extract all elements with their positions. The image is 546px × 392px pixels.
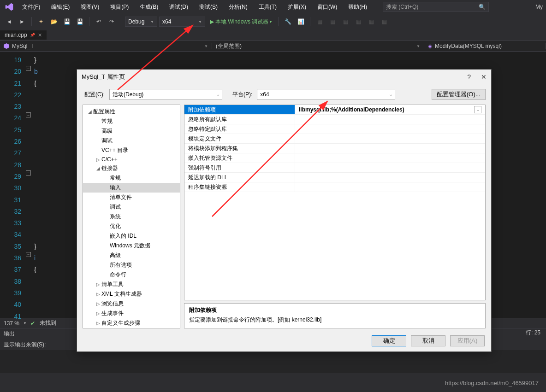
config-dropdown[interactable]: 活动(Debug)⌵	[109, 89, 222, 100]
property-row[interactable]: 忽略特定默认库	[184, 124, 485, 134]
fold-toggle-icon[interactable]: −	[26, 252, 31, 257]
tree-item[interactable]: ▷浏览信息	[83, 299, 180, 309]
close-icon[interactable]: ✕	[38, 32, 42, 38]
expand-icon[interactable]: ▷	[96, 282, 101, 287]
expand-icon[interactable]: ▷	[96, 311, 101, 316]
dropdown-icon[interactable]: ⌵	[474, 106, 481, 113]
apply-button[interactable]: 应用(A)	[450, 335, 485, 346]
menu-edit[interactable]: 编辑(E)	[47, 1, 74, 13]
tool-icon[interactable]: 🔧	[282, 16, 293, 27]
menu-test[interactable]: 测试(S)	[195, 1, 222, 13]
expand-icon[interactable]: ◢	[96, 166, 101, 171]
tree-item[interactable]: ▷XML 文档生成器	[83, 289, 180, 299]
property-value[interactable]: libmysql.lib;%(AdditionalDependencies)⌵	[295, 105, 485, 114]
document-tab[interactable]: mian.cpp 📌 ✕	[0, 30, 47, 40]
expand-icon[interactable]: ▷	[96, 301, 101, 306]
tree-item[interactable]: VC++ 目录	[83, 146, 180, 155]
menu-tools[interactable]: 工具(T)	[254, 1, 281, 13]
fold-toggle-icon[interactable]: −	[26, 66, 31, 71]
tool-icon[interactable]: ▦	[340, 16, 351, 27]
tree-item[interactable]: 调试	[83, 202, 180, 212]
tool-icon[interactable]: ▦	[366, 16, 377, 27]
help-icon[interactable]: ?	[467, 73, 471, 81]
search-input[interactable]: 搜索 (Ctrl+Q) 🔍	[383, 2, 489, 12]
save-all-icon[interactable]: 💾	[74, 16, 85, 27]
tree-item[interactable]: ▷生成事件	[83, 309, 180, 318]
tree-item[interactable]: ▷C/C++	[83, 155, 180, 164]
cancel-button[interactable]: 取消	[411, 335, 445, 346]
property-row[interactable]: 附加依赖项libmysql.lib;%(AdditionalDependenci…	[184, 105, 485, 115]
property-row[interactable]: 延迟加载的 DLL	[184, 173, 485, 182]
property-tree[interactable]: ◢配置属性常规高级调试VC++ 目录▷C/C++◢链接器常规输入清单文件调试系统…	[83, 105, 180, 328]
tree-item[interactable]: 高级	[83, 126, 180, 136]
config-manager-button[interactable]: 配置管理器(O)...	[432, 89, 486, 100]
open-icon[interactable]: 📂	[48, 16, 59, 27]
nav-function-dropdown[interactable]: ◈ ModifyData(MYSQL mysql)	[424, 43, 546, 49]
tree-item[interactable]: 常规	[83, 117, 180, 126]
property-value[interactable]	[295, 163, 485, 172]
tree-item[interactable]: 调试	[83, 136, 180, 146]
menu-analyze[interactable]: 分析(N)	[224, 1, 252, 13]
tree-item[interactable]: ▷自定义生成步骤	[83, 318, 180, 328]
nav-scope-dropdown[interactable]: (全局范围)▼	[212, 42, 424, 50]
menu-build[interactable]: 生成(B)	[135, 1, 163, 13]
expand-icon[interactable]: ◢	[88, 109, 92, 114]
tree-item[interactable]: 输入	[83, 183, 180, 193]
fold-toggle-icon[interactable]: −	[26, 170, 31, 176]
property-value[interactable]	[295, 153, 485, 163]
property-value[interactable]	[295, 173, 485, 182]
property-row[interactable]: 嵌入托管资源文件	[184, 153, 485, 163]
new-project-icon[interactable]: ✦	[36, 16, 47, 27]
tree-item[interactable]: 清单文件	[83, 193, 180, 202]
menu-extensions[interactable]: 扩展(X)	[283, 1, 311, 13]
menu-debug[interactable]: 调试(D)	[165, 1, 193, 13]
property-value[interactable]	[295, 134, 485, 143]
solution-config-dropdown[interactable]: Debug▼	[125, 17, 157, 27]
expand-icon[interactable]: ▷	[96, 157, 101, 162]
tree-item[interactable]: 所有选项	[83, 260, 180, 270]
expand-icon[interactable]: ▷	[96, 321, 101, 326]
solution-platform-dropdown[interactable]: x64▼	[159, 17, 205, 27]
redo-icon[interactable]: ↷	[106, 16, 117, 27]
menu-help[interactable]: 帮助(H)	[344, 1, 372, 13]
property-row[interactable]: 强制符号引用	[184, 163, 485, 173]
close-icon[interactable]: ✕	[481, 73, 487, 81]
nav-fwd-icon[interactable]: ►	[17, 16, 28, 27]
menu-file[interactable]: 文件(F)	[18, 1, 45, 13]
property-row[interactable]: 忽略所有默认库	[184, 115, 485, 124]
property-grid[interactable]: 附加依赖项libmysql.lib;%(AdditionalDependenci…	[184, 105, 486, 300]
menu-view[interactable]: 视图(V)	[76, 1, 104, 13]
menu-project[interactable]: 项目(P)	[106, 1, 133, 13]
property-row[interactable]: 将模块添加到程序集	[184, 144, 485, 153]
expand-icon[interactable]: ▷	[96, 292, 101, 297]
property-row[interactable]: 程序集链接资源	[184, 182, 485, 192]
tool-icon[interactable]: 📊	[295, 16, 306, 27]
tree-item[interactable]: 常规	[83, 173, 180, 183]
nav-back-icon[interactable]: ◄	[4, 16, 15, 27]
platform-dropdown[interactable]: x64⌵	[257, 89, 395, 100]
tool-icon[interactable]: ▦	[379, 16, 390, 27]
property-value[interactable]	[295, 115, 485, 124]
property-value[interactable]	[295, 124, 485, 134]
tree-item[interactable]: 系统	[83, 212, 180, 222]
tree-item[interactable]: ▷代码分析	[83, 328, 180, 328]
start-debug-button[interactable]: ▶ 本地 Windows 调试器 ▾	[207, 18, 274, 26]
tree-item[interactable]: ▷清单工具	[83, 280, 180, 289]
ok-button[interactable]: 确定	[372, 335, 406, 346]
property-value[interactable]	[295, 182, 485, 192]
pin-icon[interactable]: 📌	[30, 33, 35, 37]
tree-item[interactable]: 嵌入的 IDL	[83, 231, 180, 241]
undo-icon[interactable]: ↶	[93, 16, 104, 27]
tree-item[interactable]: 命令行	[83, 270, 180, 280]
fold-toggle-icon[interactable]: −	[26, 112, 31, 117]
tree-item[interactable]: ◢链接器	[83, 164, 180, 173]
tree-item[interactable]: 优化	[83, 222, 180, 231]
tool-icon[interactable]: ▦	[327, 16, 338, 27]
save-icon[interactable]: 💾	[61, 16, 72, 27]
tree-item[interactable]: 高级	[83, 251, 180, 260]
nav-project-dropdown[interactable]: MySql_T▼	[0, 43, 212, 49]
output-panel-body[interactable]	[0, 350, 546, 373]
menu-window[interactable]: 窗口(W)	[313, 1, 342, 13]
tree-item[interactable]: Windows 元数据	[83, 241, 180, 251]
tool-icon[interactable]: ▦	[353, 16, 364, 27]
